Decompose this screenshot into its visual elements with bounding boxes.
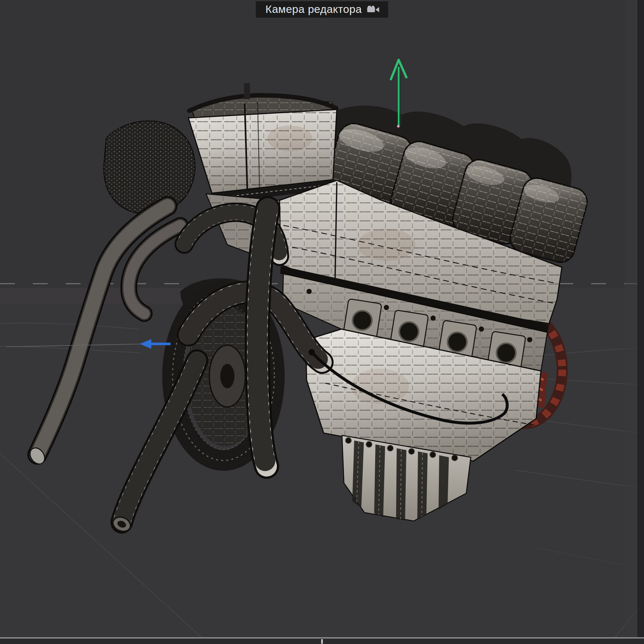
3d-viewport[interactable]: Камера редактора bbox=[0, 0, 644, 644]
air-cleaner-box bbox=[188, 83, 337, 204]
viewport-right-shading bbox=[625, 0, 637, 637]
viewport-title: Камера редактора bbox=[265, 3, 362, 15]
viewport-canvas[interactable] bbox=[0, 0, 644, 644]
right-edge-panel bbox=[637, 0, 644, 644]
movie-camera-icon bbox=[366, 5, 380, 14]
bottom-divider-handle[interactable] bbox=[321, 639, 323, 644]
viewport-camera-label[interactable]: Камера редактора bbox=[256, 1, 388, 18]
